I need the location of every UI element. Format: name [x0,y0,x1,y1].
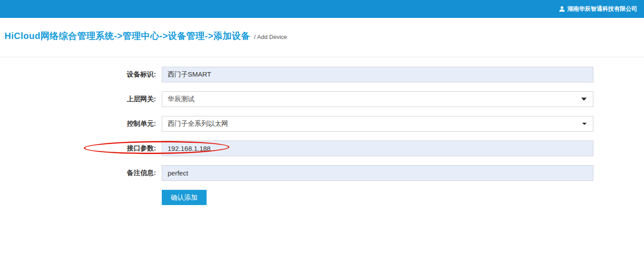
chevron-down-icon [582,123,587,125]
upper-gateway-selected-value: 华辰测试 [168,95,194,103]
breadcrumb: HiCloud网络综合管理系统->管理中心->设备管理->添加设备 [4,31,250,41]
form-row-control-unit: 控制单元: 西门子全系列以太网 [0,116,644,132]
form-row-remarks: 备注信息: [0,165,644,181]
form-row-upper-gateway: 上层网关: 华辰测试 [0,91,644,107]
topbar: 湖南华辰智通科技有限公司 [0,0,644,18]
company-account-link[interactable]: 湖南华辰智通科技有限公司 [559,5,637,13]
confirm-add-button[interactable]: 确认添加 [162,190,207,205]
device-id-label: 设备标识: [0,70,156,79]
button-row: 确认添加 [0,190,644,205]
page-header: HiCloud网络综合管理系统->管理中心->设备管理->添加设备 / Add … [0,18,644,57]
interface-params-label: 接口参数: [0,144,156,153]
control-unit-select[interactable]: 西门子全系列以太网 [162,116,593,132]
remarks-label: 备注信息: [0,169,156,177]
page-subtitle: / Add Device [254,34,287,40]
control-unit-selected-value: 西门子全系列以太网 [168,120,228,128]
remarks-input[interactable] [162,165,593,181]
chevron-down-icon [581,98,587,101]
company-name: 湖南华辰智通科技有限公司 [567,5,637,13]
upper-gateway-label: 上层网关: [0,95,156,103]
upper-gateway-select[interactable]: 华辰测试 [162,91,593,107]
device-id-input[interactable] [162,67,593,82]
interface-params-input[interactable] [162,141,593,156]
form-row-device-id: 设备标识: [0,67,644,82]
form-row-interface-params: 接口参数: [0,141,644,156]
control-unit-label: 控制单元: [0,120,156,128]
user-icon [559,6,565,12]
add-device-form: 设备标识: 上层网关: 华辰测试 控制单元: 西门子全系列以太网 接口参数: 备 [0,57,644,205]
